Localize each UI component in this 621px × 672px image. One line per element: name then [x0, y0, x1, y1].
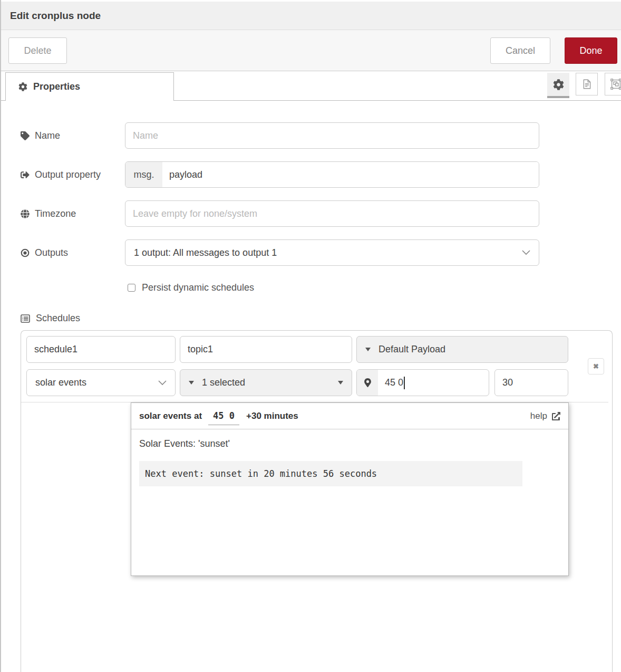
- output-property-label: Output property: [21, 169, 125, 180]
- timezone-label: Timezone: [21, 208, 125, 219]
- document-icon: [581, 79, 593, 90]
- schedule-topic-input[interactable]: [180, 336, 352, 363]
- location-input[interactable]: 45 0: [356, 369, 489, 396]
- text-cursor: [404, 377, 405, 389]
- persist-checkbox[interactable]: [128, 284, 135, 292]
- persist-label: Persist dynamic schedules: [142, 282, 254, 293]
- dialog-title: Edit cronplus node: [10, 10, 101, 22]
- name-row: Name: [21, 122, 621, 149]
- tag-icon: [21, 131, 30, 140]
- schedule-type-select[interactable]: solar events: [26, 369, 176, 396]
- tab-properties-label: Properties: [33, 81, 80, 92]
- caret-down-icon: [365, 348, 371, 351]
- caret-down-icon: [338, 381, 343, 385]
- properties-form: Name Output property msg. Timezone: [1, 101, 621, 672]
- name-input[interactable]: [125, 122, 539, 149]
- persist-row: Persist dynamic schedules: [128, 282, 621, 293]
- tab-properties[interactable]: Properties: [5, 72, 174, 101]
- outputs-select-value: 1 output: All messages to output 1: [134, 247, 277, 258]
- globe-icon: [21, 209, 30, 218]
- name-label: Name: [21, 130, 125, 141]
- schedules-section-label: Schedules: [21, 313, 621, 324]
- solar-events-count: 1 selected: [202, 377, 245, 388]
- payload-type-value: Default Payload: [379, 344, 445, 355]
- tab-bar: Properties: [1, 71, 621, 101]
- chevron-down-icon: [522, 250, 530, 255]
- schedule-item: Default Payload solar events 1 selected: [21, 331, 608, 402]
- schedule-row-2: solar events 1 selected 45 0: [26, 369, 603, 396]
- tab-button-description[interactable]: [576, 73, 598, 95]
- edit-node-tray: Edit cronplus node Delete Cancel Done Pr…: [0, 0, 621, 672]
- popup-expression: 45 0: [208, 410, 239, 425]
- outputs-row: Outputs 1 output: All messages to output…: [21, 239, 621, 266]
- help-link[interactable]: help: [530, 411, 560, 421]
- outputs-label: Outputs: [21, 247, 125, 258]
- timezone-input[interactable]: [125, 200, 539, 227]
- popup-description: Solar Events: 'sunset': [139, 438, 560, 449]
- next-event-text: Next event: sunset in 20 minutes 56 seco…: [139, 461, 522, 486]
- map-marker-icon: [364, 378, 371, 387]
- chevron-down-icon: [158, 380, 167, 386]
- tab-button-appearance[interactable]: [605, 73, 621, 95]
- timezone-row: Timezone: [21, 200, 621, 227]
- remove-schedule-button[interactable]: ✖: [588, 358, 604, 375]
- tab-button-properties[interactable]: [547, 73, 569, 98]
- schedule-name-input[interactable]: [26, 336, 176, 363]
- gear-icon: [553, 79, 564, 90]
- object-group-icon: [610, 79, 621, 90]
- sign-out-icon: [21, 170, 30, 179]
- popup-title-prefix: solar events at: [139, 411, 202, 421]
- schedule-description-popup: solar events at 45 0 +30 minutes help So…: [131, 402, 569, 576]
- gear-icon: [18, 82, 27, 91]
- payload-type-select[interactable]: Default Payload: [356, 336, 568, 363]
- output-property-value-input[interactable]: [162, 162, 539, 187]
- msg-prefix-button[interactable]: msg.: [125, 162, 162, 187]
- close-icon: ✖: [593, 362, 599, 370]
- outputs-select[interactable]: 1 output: All messages to output 1: [125, 239, 539, 266]
- output-property-row: Output property msg.: [21, 161, 621, 188]
- popup-divider: [131, 429, 568, 429]
- popup-title-row: solar events at 45 0 +30 minutes help: [131, 403, 568, 425]
- popup-title-suffix: +30 minutes: [246, 411, 298, 421]
- done-button[interactable]: Done: [565, 37, 617, 64]
- delete-button[interactable]: Delete: [8, 37, 67, 64]
- external-link-icon: [552, 412, 560, 420]
- help-link-label: help: [530, 411, 547, 421]
- dot-circle-icon: [21, 248, 30, 257]
- location-value: 45 0: [385, 377, 403, 388]
- schedule-row-1: Default Payload: [26, 336, 603, 363]
- location-prefix: [357, 370, 378, 396]
- tray-toolbar: Delete Cancel Done: [1, 30, 621, 71]
- offset-input[interactable]: [494, 369, 568, 396]
- list-icon: [21, 314, 30, 323]
- caret-down-icon: [189, 381, 194, 385]
- tray-header: Edit cronplus node: [1, 2, 621, 30]
- schedule-type-value: solar events: [35, 377, 86, 388]
- cancel-button[interactable]: Cancel: [490, 37, 550, 64]
- solar-events-multiselect[interactable]: 1 selected: [180, 369, 352, 396]
- output-property-input: msg.: [125, 161, 539, 188]
